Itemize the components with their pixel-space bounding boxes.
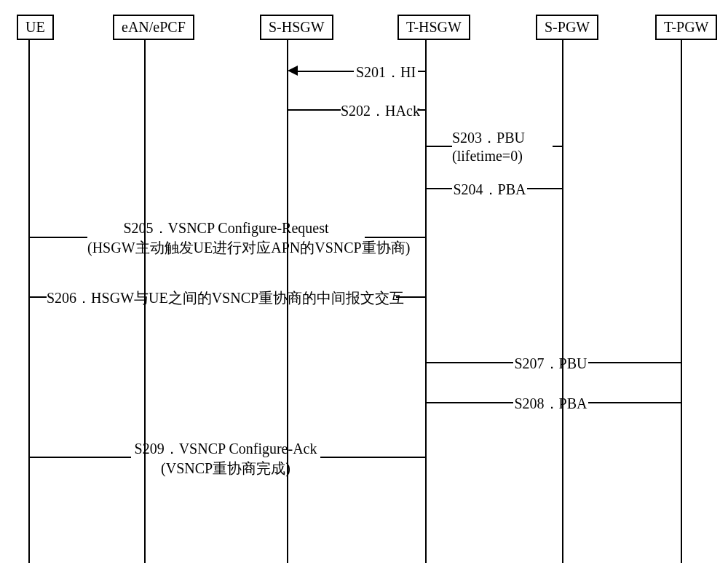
msg-s202-label: S202．HAck: [341, 101, 418, 121]
msg-s205-line2: (HSGW主动触发UE进行对应APN的VSNCP重协商): [87, 240, 410, 256]
participant-ean: eAN/ePCF: [113, 15, 194, 40]
participant-thsgw: T-HSGW: [397, 15, 470, 40]
msg-s201-label: S201．HI: [354, 63, 418, 82]
msg-s203-line1: S203．PBU: [452, 130, 525, 146]
lifeline-spgw: [562, 39, 563, 563]
msg-s208-line-left: [426, 402, 513, 403]
msg-s207-line-right: [588, 362, 681, 363]
msg-s205-line-left: [29, 237, 87, 238]
msg-s204-label: S204．PBA: [452, 180, 527, 200]
msg-s209-label: S209．VSNCP Configure-Ack (VSNCP重协商完成): [131, 439, 320, 478]
msg-s204-line-right: [527, 188, 563, 189]
msg-s207-label: S207．PBU: [513, 354, 588, 374]
msg-s203-line-left: [426, 146, 452, 147]
msg-s209-line-right: [320, 457, 426, 458]
sequence-diagram: UE eAN/ePCF S-HSGW T-HSGW S-PGW T-PGW S2…: [0, 0, 728, 576]
msg-s201-line-left: [297, 71, 354, 72]
msg-s206-line-left: [29, 296, 47, 298]
msg-s203-line2: (lifetime=0): [452, 148, 523, 164]
msg-s209-line-left: [29, 457, 131, 458]
msg-s205-line-right: [365, 237, 426, 238]
participant-label: eAN/ePCF: [122, 19, 186, 35]
msg-s205-label: S205．VSNCP Configure-Request (HSGW主动触发UE…: [87, 218, 365, 258]
msg-s201-line-right: [418, 71, 426, 72]
msg-s208-label: S208．PBA: [513, 394, 588, 414]
participant-label: T-HSGW: [406, 19, 462, 35]
msg-s209-line1: S209．VSNCP Configure-Ack: [135, 441, 317, 457]
participant-tpgw: T-PGW: [655, 15, 717, 40]
lifeline-ue: [28, 39, 30, 563]
msg-s202-line-left: [288, 109, 341, 111]
participant-label: UE: [25, 19, 45, 35]
msg-s208-line-right: [588, 402, 681, 403]
lifeline-tpgw: [681, 39, 682, 563]
msg-s203-line-right: [553, 146, 563, 147]
arrow-left-icon: [288, 66, 298, 76]
participant-label: S-HSGW: [269, 19, 325, 35]
lifeline-thsgw: [425, 39, 427, 563]
participant-ue: UE: [17, 15, 54, 40]
msg-s205-line1: S205．VSNCP Configure-Request: [123, 220, 328, 236]
participant-label: T-PGW: [664, 19, 708, 35]
participant-label: S-PGW: [545, 19, 590, 35]
msg-s203-label: S203．PBU (lifetime=0): [452, 128, 553, 165]
participant-spgw: S-PGW: [536, 15, 598, 40]
msg-s206-label: S206．HSGW与UE之间的VSNCP重协商的中间报文交互: [47, 288, 396, 308]
msg-s204-line-left: [426, 188, 452, 189]
participant-shsgw: S-HSGW: [260, 15, 333, 40]
msg-s209-line2: (VSNCP重协商完成): [161, 460, 290, 476]
msg-s207-line-left: [426, 362, 513, 363]
